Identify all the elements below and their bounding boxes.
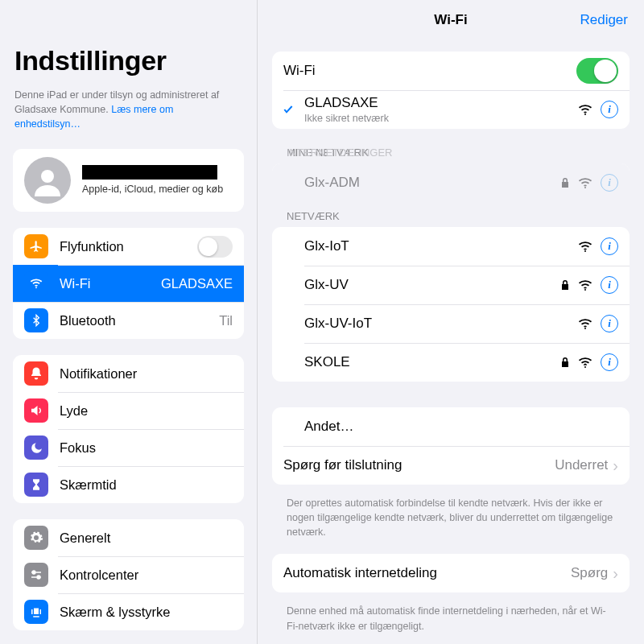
connected-network-row[interactable]: GLADSAXE Ikke sikret netværk i [272,90,630,129]
network-name: SKOLE [304,354,560,370]
detail-header: Wi-Fi Rediger [258,0,644,40]
network-name: Glx-IoT [304,238,578,254]
sidebar-group-attention: Notifikationer Lyde Fokus Skærmtid [13,355,244,503]
sidebar-item-label: Lyde [60,403,233,419]
ask-value: Underret [555,457,608,473]
other-networks-group: Glx-IoT i Glx-UV i Glx-UV-IoT i [272,227,630,382]
network-row[interactable]: Glx-UV i [272,266,630,304]
sidebar-item-label: Generelt [60,530,233,546]
sidebar-item-display[interactable]: Skærm & lysstyrke [13,593,244,630]
sidebar-item-label: Kontrolcenter [60,568,233,583]
svg-point-2 [32,572,35,575]
section-label-mine: MINE NETVÆRK [272,134,630,163]
svg-point-0 [41,170,54,183]
checkmark-icon [282,103,295,116]
svg-point-1 [35,287,37,289]
chevron-right-icon: › [613,564,618,583]
other-network-row[interactable]: Andet… [272,407,630,446]
info-icon[interactable]: i [601,174,618,192]
settings-sidebar: Indstillinger Denne iPad er under tilsyn… [0,0,258,644]
wifi-signal-icon [578,279,592,291]
info-icon[interactable]: i [601,237,618,255]
hotspot-group: Automatisk internetdeling Spørg › [272,554,630,592]
sidebar-item-notifications[interactable]: Notifikationer [13,355,244,392]
sidebar-item-value: Til [219,313,233,328]
other-label: Andet… [304,419,618,435]
network-row[interactable]: Glx-UV-IoT i [272,304,630,343]
lock-icon [560,177,570,188]
network-security-note: Ikke sikret netværk [304,113,578,124]
hourglass-icon [24,473,48,497]
detail-pane: Wi-Fi Rediger Wi-Fi GLADSAXE Ikke sikret… [258,0,644,644]
network-row[interactable]: SKOLE i [272,343,630,382]
sidebar-item-screentime[interactable]: Skærmtid [13,466,244,503]
hotspot-footer: Denne enhed må automatisk finde internet… [272,597,630,644]
wifi-signal-icon [578,318,592,329]
edit-button[interactable]: Rediger [580,12,628,28]
sidebar-item-sounds[interactable]: Lyde [13,392,244,429]
sidebar-item-airplane[interactable]: Flyfunktion [13,228,244,265]
info-icon[interactable]: i [601,276,618,294]
ask-label: Spørg før tilslutning [283,457,555,473]
sidebar-item-label: Flyfunktion [60,239,197,254]
sidebar-item-label: Skærm & lysstyrke [60,605,233,620]
sidebar-item-label: Skærmtid [60,477,233,493]
network-name: GLADSAXE [304,95,578,111]
chevron-right-icon: › [613,456,618,475]
brightness-icon [24,600,48,624]
wifi-signal-icon [578,241,592,252]
svg-point-5 [584,187,586,188]
sidebar-item-label: Wi-Fi [60,276,161,291]
auto-hotspot-row[interactable]: Automatisk internetdeling Spørg › [272,554,630,592]
svg-point-8 [584,328,586,329]
network-row[interactable]: Glx-ADM i [272,163,630,202]
network-name: Glx-ADM [304,175,560,191]
sidebar-item-label: Fokus [60,440,233,456]
sidebar-item-label: Bluetooth [60,313,219,328]
svg-point-7 [584,289,586,291]
account-name-redacted [82,165,217,180]
sidebar-item-general[interactable]: Generelt [13,519,244,556]
wifi-icon [24,271,48,295]
detail-title: Wi-Fi [434,12,467,28]
wifi-signal-icon [578,357,592,368]
ask-footer: Der oprettes automatisk forbindelse til … [272,489,630,554]
svg-point-6 [584,250,586,252]
hotspot-value: Spørg [571,565,608,581]
sidebar-item-controlcenter[interactable]: Kontrolcenter [13,556,244,593]
svg-point-3 [37,576,40,580]
sidebar-item-focus[interactable]: Fokus [13,429,244,466]
account-subtitle: Apple-id, iCloud, medier og køb [82,183,223,196]
sidebar-group-general: Generelt Kontrolcenter Skærm & lysstyrke [13,519,244,630]
gear-icon [24,526,48,550]
lock-icon [560,279,570,291]
wifi-signal-icon [578,177,592,188]
bluetooth-icon [24,308,48,332]
hotspot-label: Automatisk internetdeling [283,565,571,581]
bell-icon [24,361,48,386]
wifi-main-group: Wi-Fi GLADSAXE Ikke sikret netværk i [272,52,630,129]
account-card[interactable]: Apple-id, iCloud, medier og køb [13,149,244,212]
wifi-toggle-row: Wi-Fi [272,52,630,90]
lock-icon [560,357,570,368]
info-icon[interactable]: i [601,101,618,118]
ask-to-join-row[interactable]: Spørg før tilslutning Underret › [272,446,630,485]
sidebar-item-value: GLADSAXE [161,276,233,291]
network-row[interactable]: Glx-IoT i [272,227,630,266]
other-and-ask-group: Andet… Spørg før tilslutning Underret › [272,407,630,485]
info-icon[interactable]: i [601,353,618,371]
network-name: Glx-UV [304,277,560,293]
airplane-icon [24,234,48,258]
sliders-icon [24,563,48,587]
info-icon[interactable]: i [601,315,618,332]
page-title: Indstillinger [14,45,244,76]
sidebar-item-wifi[interactable]: Wi-Fi GLADSAXE [13,265,244,302]
svg-point-9 [584,366,586,368]
wifi-toggle[interactable] [576,58,618,84]
my-networks-group: Glx-ADM i [272,163,630,202]
supervision-note: Denne iPad er under tilsyn og administre… [13,88,244,131]
wifi-signal-icon [578,104,592,115]
sidebar-item-bluetooth[interactable]: Bluetooth Til [13,302,244,339]
airplane-toggle[interactable] [197,236,233,258]
sidebar-group-connectivity: Flyfunktion Wi-Fi GLADSAXE Bluetooth Til [13,228,244,339]
